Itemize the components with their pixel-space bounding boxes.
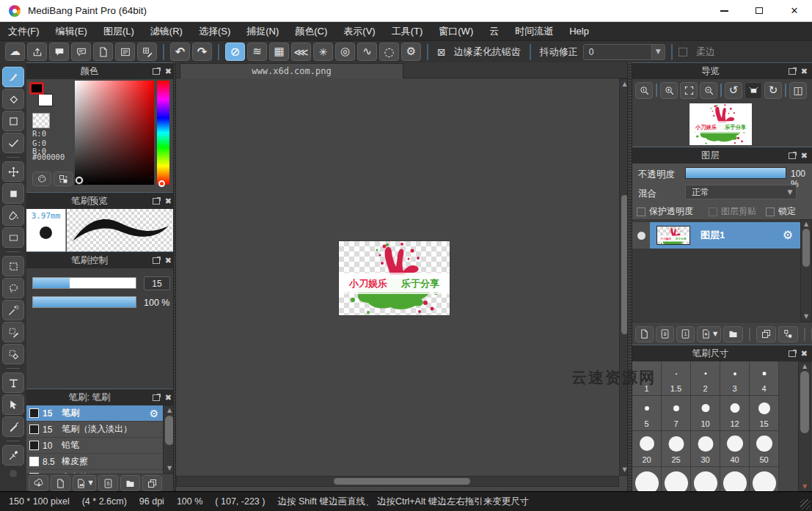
close-button[interactable]: ✕ xyxy=(777,0,812,21)
brush-size-cell[interactable]: 12 xyxy=(720,396,750,431)
close-icon[interactable]: ✖ xyxy=(165,257,172,265)
brush-size-cell[interactable]: 15 xyxy=(750,396,779,431)
reset-rotation-button[interactable] xyxy=(745,82,762,99)
brush-size-value[interactable]: 15 xyxy=(144,276,170,290)
menu-item-edit[interactable]: 编辑(E) xyxy=(48,22,95,40)
undo-button[interactable]: ↶ xyxy=(170,43,190,61)
canvas-image[interactable] xyxy=(339,241,450,315)
brush-size-cell[interactable]: 3 xyxy=(720,361,750,396)
menu-item-select[interactable]: 选择(S) xyxy=(191,22,238,40)
menu-item-view[interactable]: 表示(V) xyxy=(335,22,383,40)
brush-size-cell[interactable] xyxy=(750,467,779,492)
menu-item-window[interactable]: 窗口(W) xyxy=(431,22,481,40)
zoom-out-button[interactable] xyxy=(700,82,717,99)
brush-size-cell[interactable]: 40 xyxy=(720,431,750,467)
scroll-down-icon[interactable]: ▼ xyxy=(801,314,811,320)
flip-horizontal-button[interactable]: ◫ xyxy=(789,82,807,99)
popout-icon[interactable] xyxy=(789,68,796,75)
brush-row[interactable]: 15 笔刷 ⚙ xyxy=(26,405,163,422)
menu-item-cloud[interactable]: 云 xyxy=(481,22,507,40)
brush-size-cell[interactable]: 25 xyxy=(662,431,691,467)
magic-wand-tool-button[interactable] xyxy=(2,300,24,320)
popout-icon[interactable] xyxy=(153,394,160,401)
brush-size-cell[interactable] xyxy=(720,467,750,492)
foreground-color-swatch[interactable] xyxy=(29,82,44,95)
brush-size-cell[interactable]: 50 xyxy=(750,431,779,467)
scroll-up-icon[interactable]: ▲ xyxy=(801,221,811,227)
menu-item-timelapse[interactable]: 时间流逝 xyxy=(507,22,561,40)
brush-opacity-slider[interactable] xyxy=(32,296,136,308)
snap-radial-button[interactable]: ✳ xyxy=(313,43,333,61)
close-icon[interactable]: ✖ xyxy=(801,67,808,76)
layer-visibility-gutter[interactable] xyxy=(632,222,650,249)
popout-icon[interactable] xyxy=(153,198,160,205)
close-icon[interactable]: ✖ xyxy=(165,67,172,76)
scroll-up-icon[interactable]: ▲ xyxy=(799,364,811,370)
new-layer-button[interactable] xyxy=(635,326,654,342)
shape-tool-button[interactable] xyxy=(2,111,24,131)
gear-icon[interactable]: ⚙ xyxy=(149,408,158,419)
brush-tool-button[interactable] xyxy=(2,67,24,87)
close-icon[interactable]: ✖ xyxy=(801,350,808,358)
saturation-value-picker[interactable] xyxy=(75,81,154,185)
protect-alpha-checkbox[interactable]: 保护透明度 xyxy=(637,205,693,218)
move-tool-button[interactable] xyxy=(2,161,24,182)
snap-off-button[interactable]: ⊘ xyxy=(225,43,245,61)
operation-tool-button[interactable] xyxy=(2,394,24,415)
clipping-checkbox[interactable]: 图层剪贴 xyxy=(709,205,756,218)
menu-item-snap[interactable]: 捕捉(N) xyxy=(238,22,287,40)
menu-item-file[interactable]: 文件(F) xyxy=(0,22,48,40)
transparent-color-swatch[interactable] xyxy=(32,113,50,128)
edge-antialias-icon[interactable]: ⊠ xyxy=(437,47,446,57)
snap-grid-button[interactable]: ▦ xyxy=(269,43,289,61)
cloud-button[interactable]: ☁ xyxy=(5,43,25,61)
add-layer-menu-button[interactable]: ▼ xyxy=(697,326,721,342)
scrollbar-thumb[interactable] xyxy=(800,371,809,433)
new-8bit-layer-button[interactable] xyxy=(656,326,674,342)
navigator-thumbnail[interactable] xyxy=(690,103,752,145)
soft-edge-checkbox[interactable] xyxy=(679,48,687,56)
layer-row[interactable]: 图层1 ⚙ xyxy=(632,222,800,249)
bucket-tool-button[interactable] xyxy=(2,205,24,226)
snap-vanishing-button[interactable]: ⋘ xyxy=(291,43,311,61)
gradient-tool-button[interactable] xyxy=(2,227,24,248)
brush-size-cell[interactable]: 2 xyxy=(691,361,720,396)
resize-grip[interactable] xyxy=(800,499,811,510)
minimize-button[interactable] xyxy=(706,0,742,21)
snap-settings-button[interactable]: ⚙ xyxy=(401,43,421,61)
fit-window-button[interactable] xyxy=(680,82,698,99)
brush-row[interactable]: 8.5 橡皮擦 xyxy=(26,454,163,470)
menu-item-filter[interactable]: 滤镜(R) xyxy=(142,22,191,40)
document-button[interactable] xyxy=(93,43,113,61)
material-edit-button[interactable] xyxy=(137,43,157,61)
rotate-right-button[interactable]: ↻ xyxy=(764,82,782,99)
add-brush-button[interactable] xyxy=(51,475,70,491)
blend-mode-select[interactable]: 正常 ▼ xyxy=(685,185,797,199)
gear-icon[interactable]: ⚙ xyxy=(783,229,793,241)
publish-button[interactable] xyxy=(27,43,47,61)
brush-cloud-download-button[interactable] xyxy=(29,475,48,491)
scrollbar-thumb[interactable] xyxy=(334,478,470,485)
select-tool-button[interactable] xyxy=(2,256,24,276)
document-list-button[interactable] xyxy=(115,43,135,61)
right-splitter[interactable] xyxy=(627,62,632,491)
brush-size-scrollbar[interactable]: ▲ ▼ xyxy=(798,361,811,492)
scroll-down-icon[interactable]: ▼ xyxy=(799,484,811,490)
hue-slider[interactable] xyxy=(157,81,169,185)
close-icon[interactable]: ✖ xyxy=(165,394,172,402)
snap-ellipse-button[interactable]: ◌ xyxy=(379,43,399,61)
brush-size-slider[interactable] xyxy=(32,277,136,289)
select-pen-tool-button[interactable] xyxy=(2,322,24,342)
add-brush-from-image-button[interactable]: ▼ xyxy=(73,475,96,491)
document-tab[interactable]: www.x6d.com.png xyxy=(180,63,403,78)
brush-row[interactable]: 15 笔刷（淡入淡出） xyxy=(26,422,163,438)
menu-item-help[interactable]: Help xyxy=(561,22,597,40)
brush-row[interactable]: 10 铅笔 xyxy=(26,438,163,454)
new-1bit-layer-button[interactable] xyxy=(676,326,695,342)
merge-layer-button[interactable] xyxy=(778,326,798,342)
edge-antialias-label[interactable]: 边缘柔化抗锯齿 xyxy=(454,45,521,59)
snap-curve-button[interactable]: ∿ xyxy=(357,43,377,61)
maximize-button[interactable] xyxy=(742,0,777,21)
text-tool-button[interactable] xyxy=(2,372,24,393)
brush-size-cell[interactable]: 7 xyxy=(662,396,691,431)
